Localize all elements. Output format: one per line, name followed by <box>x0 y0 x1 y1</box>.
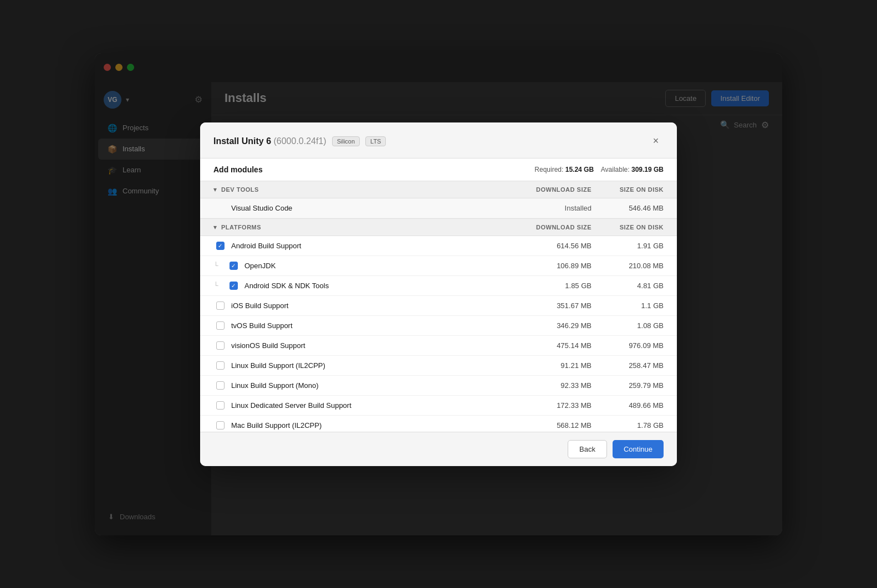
lts-badge: LTS <box>365 136 386 146</box>
mac-il2cpp-checkbox[interactable] <box>216 421 225 430</box>
openjdk-dl-size: 106.89 MB <box>519 262 592 270</box>
ios-checkbox-area[interactable] <box>213 301 227 310</box>
android-sdk-name: Android SDK & NDK Tools <box>244 282 519 290</box>
modal-title: Install Unity 6 (6000.0.24f1) <box>213 136 327 146</box>
openjdk-checkbox-area[interactable]: ✓ <box>227 262 240 270</box>
linux-il2cpp-dl-size: 91.21 MB <box>519 361 592 370</box>
silicon-badge: Silicon <box>332 136 360 146</box>
continue-button[interactable]: Continue <box>613 440 664 458</box>
linux-mono-disk-size: 259.79 MB <box>592 381 664 390</box>
visionos-name: visionOS Build Support <box>231 341 519 350</box>
openjdk-name: OpenJDK <box>244 262 519 270</box>
module-row-android-sdk: └ ✓ Android SDK & NDK Tools 1.85 GB 4.81… <box>200 276 677 296</box>
vsc-installed-badge: Installed <box>519 204 592 212</box>
modal-footer: Back Continue <box>200 432 677 466</box>
tvos-checkbox-area[interactable] <box>213 321 227 330</box>
ios-disk-size: 1.1 GB <box>592 301 664 310</box>
module-row-openjdk: └ ✓ OpenJDK 106.89 MB 210.08 MB <box>200 256 677 276</box>
vsc-disk-size: 546.46 MB <box>592 204 664 212</box>
openjdk-checkbox[interactable]: ✓ <box>230 262 238 270</box>
modal-overlay: Install Unity 6 (6000.0.24f1) Silicon LT… <box>95 53 782 535</box>
add-modules-label: Add modules <box>213 165 263 174</box>
linux-server-checkbox-area[interactable] <box>213 401 227 410</box>
module-row-android: ✓ Android Build Support 614.56 MB 1.91 G… <box>200 236 677 256</box>
android-sdk-checkbox[interactable]: ✓ <box>230 282 238 290</box>
linux-mono-checkbox-area[interactable] <box>213 381 227 390</box>
dev-tools-col-disk: SIZE ON DISK <box>592 186 664 193</box>
android-dl-size: 614.56 MB <box>519 242 592 250</box>
modal-body[interactable]: ▾ DEV TOOLS DOWNLOAD SIZE SIZE ON DISK V… <box>200 181 677 432</box>
module-row-mac-il2cpp: Mac Build Support (IL2CPP) 568.12 MB 1.7… <box>200 416 677 432</box>
android-sdk-checkbox-area[interactable]: ✓ <box>227 282 240 290</box>
linux-il2cpp-disk-size: 258.47 MB <box>592 361 664 370</box>
ios-checkbox[interactable] <box>216 301 225 310</box>
indent-connector: └ <box>213 262 225 269</box>
mac-il2cpp-disk-size: 1.78 GB <box>592 421 664 430</box>
android-checkbox-area[interactable]: ✓ <box>213 242 227 250</box>
platforms-col-download: DOWNLOAD SIZE <box>519 224 592 231</box>
tvos-disk-size: 1.08 GB <box>592 321 664 330</box>
android-name: Android Build Support <box>231 242 519 250</box>
ios-name: iOS Build Support <box>231 301 519 310</box>
openjdk-disk-size: 210.08 MB <box>592 262 664 270</box>
chevron-down-icon-platforms[interactable]: ▾ <box>213 223 217 231</box>
mac-il2cpp-checkbox-area[interactable] <box>213 421 227 430</box>
android-disk-size: 1.91 GB <box>592 242 664 250</box>
linux-server-name: Linux Dedicated Server Build Support <box>231 401 519 410</box>
dev-tools-col-download: DOWNLOAD SIZE <box>519 186 592 193</box>
android-sdk-dl-size: 1.85 GB <box>519 282 592 290</box>
linux-mono-name: Linux Build Support (Mono) <box>231 381 519 390</box>
module-row-tvos: tvOS Build Support 346.29 MB 1.08 GB <box>200 316 677 336</box>
linux-mono-dl-size: 92.33 MB <box>519 381 592 390</box>
tvos-name: tvOS Build Support <box>231 321 519 330</box>
visionos-checkbox[interactable] <box>216 341 225 350</box>
platforms-col-disk: SIZE ON DISK <box>592 224 664 231</box>
modal-version: (6000.0.24f1) <box>273 136 326 146</box>
module-row-visionos: visionOS Build Support 475.14 MB 976.09 … <box>200 336 677 356</box>
platforms-section-header: ▾ PLATFORMS DOWNLOAD SIZE SIZE ON DISK <box>200 218 677 236</box>
indent-connector-2: └ <box>213 282 225 289</box>
mac-il2cpp-dl-size: 568.12 MB <box>519 421 592 430</box>
tvos-checkbox[interactable] <box>216 321 225 330</box>
modal-subheader: Add modules Required: 15.24 GB Available… <box>200 158 677 181</box>
module-row-ios: iOS Build Support 351.67 MB 1.1 GB <box>200 296 677 316</box>
linux-il2cpp-checkbox[interactable] <box>216 361 225 370</box>
visionos-dl-size: 475.14 MB <box>519 341 592 350</box>
visionos-checkbox-area[interactable] <box>213 341 227 350</box>
modal-header: Install Unity 6 (6000.0.24f1) Silicon LT… <box>200 122 677 158</box>
modal-close-button[interactable]: × <box>648 134 664 149</box>
module-row-linux-mono: Linux Build Support (Mono) 92.33 MB 259.… <box>200 376 677 396</box>
vsc-name: Visual Studio Code <box>231 204 519 212</box>
storage-info: Required: 15.24 GB Available: 309.19 GB <box>534 166 664 173</box>
install-modal: Install Unity 6 (6000.0.24f1) Silicon LT… <box>200 122 677 466</box>
module-row-linux-server: Linux Dedicated Server Build Support 172… <box>200 396 677 416</box>
chevron-down-icon[interactable]: ▾ <box>213 186 217 193</box>
ios-dl-size: 351.67 MB <box>519 301 592 310</box>
back-button[interactable]: Back <box>568 440 607 458</box>
mac-il2cpp-name: Mac Build Support (IL2CPP) <box>231 421 519 430</box>
dev-tools-title: DEV TOOLS <box>221 186 519 193</box>
linux-server-checkbox[interactable] <box>216 401 225 410</box>
linux-il2cpp-name: Linux Build Support (IL2CPP) <box>231 361 519 370</box>
linux-mono-checkbox[interactable] <box>216 381 225 390</box>
dev-tools-section-header: ▾ DEV TOOLS DOWNLOAD SIZE SIZE ON DISK <box>200 181 677 198</box>
linux-server-disk-size: 489.66 MB <box>592 401 664 410</box>
module-row-vsc: Visual Studio Code Installed 546.46 MB <box>200 198 677 218</box>
android-checkbox[interactable]: ✓ <box>216 242 225 250</box>
visionos-disk-size: 976.09 MB <box>592 341 664 350</box>
linux-server-dl-size: 172.33 MB <box>519 401 592 410</box>
module-row-linux-il2cpp: Linux Build Support (IL2CPP) 91.21 MB 25… <box>200 356 677 376</box>
linux-il2cpp-checkbox-area[interactable] <box>213 361 227 370</box>
tvos-dl-size: 346.29 MB <box>519 321 592 330</box>
platforms-title: PLATFORMS <box>221 224 519 231</box>
android-sdk-disk-size: 4.81 GB <box>592 282 664 290</box>
